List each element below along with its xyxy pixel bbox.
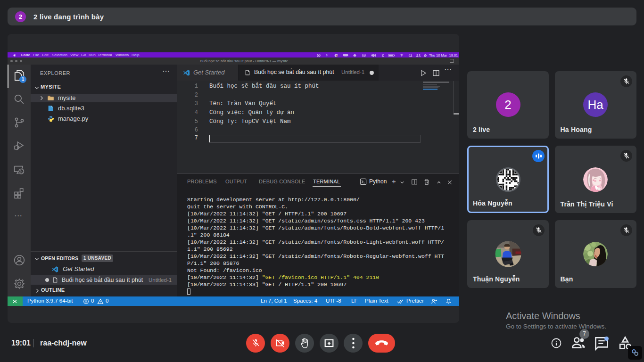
- svg-text:V: V: [326, 54, 329, 57]
